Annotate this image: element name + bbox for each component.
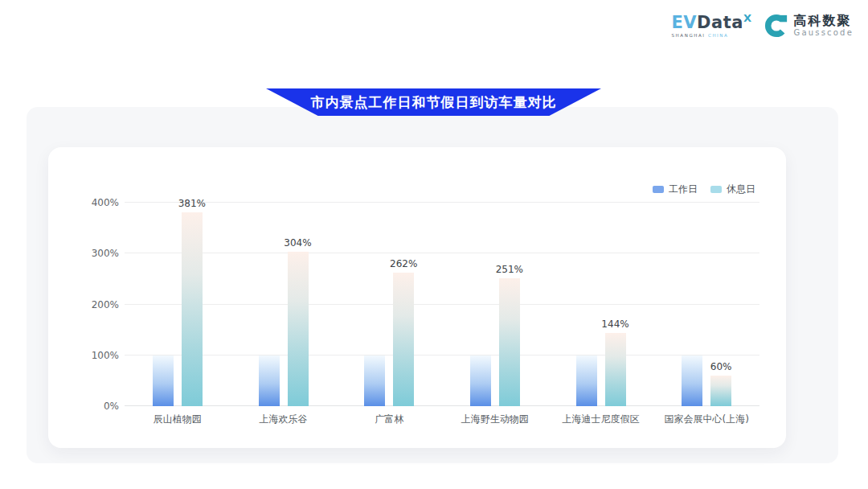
legend-swatch <box>653 186 664 193</box>
barwrap: 304% <box>288 252 309 406</box>
legend-label: 工作日 <box>669 183 698 196</box>
bar-value-label: 304% <box>284 237 311 249</box>
barwrap: 381% <box>182 212 203 406</box>
title-banner: 市内景点工作日和节假日到访车量对比 <box>266 88 601 116</box>
y-tick-label: 300% <box>92 248 119 259</box>
page-title: 市内景点工作日和节假日到访车量对比 <box>311 93 557 112</box>
chart-card: 工作日休息日 0%100%200%300%400% 381%304%262%25… <box>48 147 786 448</box>
legend-label: 休息日 <box>727 183 755 196</box>
gausscode-texts: 高科数聚 Gausscode <box>793 14 854 38</box>
legend-item-休息日[interactable]: 休息日 <box>710 183 755 196</box>
bar-工作日-上海野生动物园[interactable] <box>470 355 491 406</box>
bar-group-上海迪士尼度假区: 144% <box>548 203 654 406</box>
bar-休息日-上海野生动物园[interactable] <box>499 278 520 406</box>
barwrap <box>259 355 280 406</box>
bar-休息日-辰山植物园[interactable] <box>182 212 203 406</box>
barwrap <box>470 355 491 406</box>
chart-legend: 工作日休息日 <box>653 183 755 196</box>
legend-swatch <box>710 186 722 193</box>
x-axis-label: 上海欢乐谷 <box>231 413 337 426</box>
gausscode-g-icon <box>764 14 788 38</box>
y-tick-label: 100% <box>92 350 119 361</box>
bar-group-辰山植物园: 381% <box>125 203 231 406</box>
bar-value-label: 262% <box>390 258 417 269</box>
y-axis-ticks: 0%100%200%300%400% <box>72 203 119 406</box>
bar-工作日-辰山植物园[interactable] <box>153 355 174 406</box>
bar-group-上海欢乐谷: 304% <box>231 203 337 406</box>
x-axis-label: 国家会展中心(上海) <box>653 413 760 426</box>
barwrap: 144% <box>605 333 626 406</box>
evdata-logo: EVDataX SHANGHAI CHINA <box>671 13 751 39</box>
bar-group-国家会展中心(上海): 60% <box>653 203 760 406</box>
page: EVDataX SHANGHAI CHINA 高科数聚 Gausscode 市内… <box>0 0 868 489</box>
bar-休息日-国家会展中心(上海)[interactable] <box>710 376 731 406</box>
x-axis-label: 辰山植物园 <box>125 413 231 426</box>
barwrap: 60% <box>710 376 731 406</box>
evdata-ev-text: EV <box>671 13 697 32</box>
bar-工作日-国家会展中心(上海)[interactable] <box>682 355 702 406</box>
evdata-logo-subtext: SHANGHAI CHINA <box>671 34 751 39</box>
y-tick-label: 200% <box>92 299 119 310</box>
header-logos: EVDataX SHANGHAI CHINA 高科数聚 Gausscode <box>671 13 854 39</box>
bar-value-label: 60% <box>710 361 732 372</box>
evdata-logo-text: EVDataX <box>671 13 751 31</box>
bar-group-广富林: 262% <box>336 203 442 406</box>
barwrap <box>364 355 385 406</box>
bar-工作日-广富林[interactable] <box>364 355 385 406</box>
bar-休息日-上海欢乐谷[interactable] <box>288 252 309 406</box>
x-axis-label: 广富林 <box>336 413 442 426</box>
x-axis-labels: 辰山植物园上海欢乐谷广富林上海野生动物园上海迪士尼度假区国家会展中心(上海) <box>125 413 760 426</box>
barwrap: 251% <box>499 278 520 406</box>
gausscode-cn-text: 高科数聚 <box>793 14 854 28</box>
gausscode-logo: 高科数聚 Gausscode <box>764 14 854 38</box>
bar-columns: 381%304%262%251%144%60% <box>125 203 760 406</box>
bar-休息日-上海迪士尼度假区[interactable] <box>605 333 626 406</box>
evdata-sub-right: CHINA <box>708 33 728 38</box>
bar-value-label: 144% <box>601 318 628 330</box>
evdata-sub-left: SHANGHAI <box>671 33 705 38</box>
barwrap <box>153 355 174 406</box>
evdata-data-text: Data <box>697 13 743 32</box>
evdata-x-mark: X <box>743 12 752 24</box>
gausscode-en-text: Gausscode <box>793 28 854 38</box>
barwrap: 262% <box>393 273 414 406</box>
chart-plot-area: 381%304%262%251%144%60% <box>125 203 760 406</box>
bar-value-label: 381% <box>178 198 206 209</box>
x-axis-label: 上海迪士尼度假区 <box>548 413 654 426</box>
y-tick-label: 400% <box>92 197 119 208</box>
barwrap <box>682 355 702 406</box>
legend-item-工作日[interactable]: 工作日 <box>653 183 698 196</box>
bar-工作日-上海迪士尼度假区[interactable] <box>576 355 597 406</box>
x-axis-label: 上海野生动物园 <box>442 413 548 426</box>
bar-group-上海野生动物园: 251% <box>442 203 548 406</box>
bar-value-label: 251% <box>496 264 523 275</box>
y-tick-label: 0% <box>104 401 119 412</box>
barwrap <box>576 355 597 406</box>
bar-工作日-上海欢乐谷[interactable] <box>259 355 280 406</box>
bar-休息日-广富林[interactable] <box>393 273 414 406</box>
